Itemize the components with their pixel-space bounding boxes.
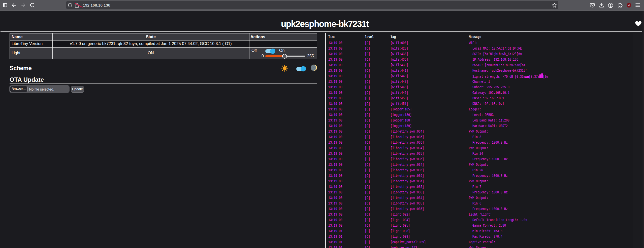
- svg-text:uO: uO: [628, 4, 630, 6]
